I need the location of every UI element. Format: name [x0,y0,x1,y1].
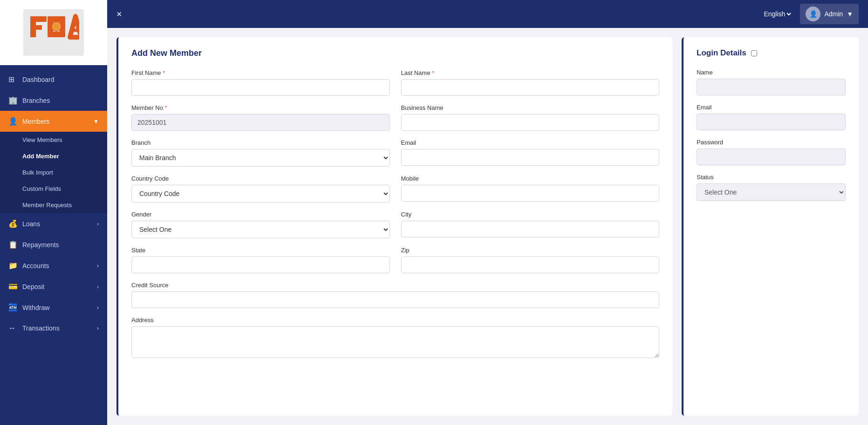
mobile-input[interactable] [401,185,660,202]
login-status-label: Status [697,174,846,181]
add-member-panel: Add New Member First Name * Last Name * [116,37,672,416]
row-branch: Branch Main Branch Email [131,139,659,167]
address-group: Address [131,317,659,358]
email-label: Email [401,139,660,146]
admin-label: Admin [824,10,843,18]
credit-source-label: Credit Source [131,282,659,289]
last-name-label: Last Name * [401,69,660,76]
svg-marker-9 [70,16,79,37]
login-email-group: Email [697,104,846,130]
svg-point-8 [54,24,59,29]
sidebar-item-accounts[interactable]: 📁 Accounts › [0,255,107,276]
branch-select[interactable]: Main Branch [131,149,390,167]
login-password-group: Password [697,139,846,165]
business-name-input[interactable] [401,114,660,131]
sidebar-item-member-requests[interactable]: Member Requests [0,197,107,213]
credit-source-group: Credit Source [131,282,659,308]
sidebar-item-loans[interactable]: 💰 Loans › [0,213,107,234]
sidebar-item-bulk-import[interactable]: Bulk Import [0,164,107,181]
language-selector[interactable]: English [762,10,793,18]
row-name: First Name * Last Name * [131,69,659,96]
login-name-label: Name [697,69,846,76]
svg-rect-2 [30,25,42,30]
login-name-input[interactable] [697,79,846,95]
gender-group: Gender Select One Male Female Other [131,211,390,238]
repayments-icon: 📋 [8,240,18,249]
sidebar-label-dashboard: Dashboard [22,76,55,83]
topbar: × English 👤 Admin ▼ [107,0,868,28]
row-country-mobile: Country Code Country Code Mobile [131,175,659,202]
deposit-chevron-icon: › [97,283,99,290]
email-input[interactable] [401,149,660,166]
state-input[interactable] [131,256,390,273]
mobile-label: Mobile [401,175,660,182]
branches-icon: 🏢 [8,96,18,105]
sidebar-item-transactions[interactable]: ↔ Transactions › [0,318,107,338]
sidebar-item-custom-fields[interactable]: Custom Fields [0,181,107,197]
mobile-group: Mobile [401,175,660,202]
zip-input[interactable] [401,256,660,273]
sidebar-item-branches[interactable]: 🏢 Branches [0,90,107,111]
sidebar-label-members: Members [22,118,49,125]
sidebar-item-dashboard[interactable]: ⊞ Dashboard [0,69,107,90]
country-code-select[interactable]: Country Code [131,185,390,202]
gender-select[interactable]: Select One Male Female Other [131,221,390,238]
login-password-label: Password [697,139,846,146]
member-no-input[interactable] [131,114,390,131]
admin-chevron-icon: ▼ [847,10,853,18]
content-wrapper: Add New Member First Name * Last Name * [107,28,868,425]
login-details-panel: Login Details Name Email Password Status… [682,37,859,416]
transactions-icon: ↔ [8,324,18,332]
members-submenu: View Members Add Member Bulk Import Cust… [0,132,107,213]
transactions-chevron-icon: › [97,325,99,331]
city-input[interactable] [401,221,660,237]
first-name-input[interactable] [131,79,390,96]
main-area: × English 👤 Admin ▼ Add New Member First… [107,0,868,425]
topbar-left: × [116,9,122,20]
gender-label: Gender [131,211,390,218]
login-panel-title: Login Details [697,48,846,58]
city-group: City [401,211,660,238]
close-button[interactable]: × [116,9,122,20]
address-input[interactable] [131,326,659,358]
login-details-checkbox[interactable] [751,50,757,56]
row-state-zip: State Zip [131,247,659,273]
admin-menu[interactable]: 👤 Admin ▼ [800,4,859,24]
credit-source-input[interactable] [131,291,659,308]
sidebar-item-add-member[interactable]: Add Member [0,148,107,164]
last-name-group: Last Name * [401,69,660,96]
login-name-group: Name [697,69,846,95]
members-icon: 👤 [8,117,18,126]
sidebar-label-repayments: Repayments [22,241,59,249]
zip-label: Zip [401,247,660,254]
sidebar-label-accounts: Accounts [22,262,49,270]
sidebar-logo [0,0,107,65]
withdraw-chevron-icon: › [97,304,99,311]
state-label: State [131,247,390,254]
sidebar-item-view-members[interactable]: View Members [0,132,107,148]
sidebar-item-members[interactable]: 👤 Members ▼ [0,111,107,132]
row-member-no: Member No * Business Name [131,104,659,131]
sidebar-label-deposit: Deposit [22,283,44,290]
first-name-group: First Name * [131,69,390,96]
branch-group: Branch Main Branch [131,139,390,167]
row-address: Address [131,317,659,358]
avatar: 👤 [806,7,820,21]
login-password-input[interactable] [697,148,846,165]
member-no-label: Member No * [131,104,390,111]
sidebar-item-withdraw[interactable]: 🏧 Withdraw › [0,297,107,318]
country-code-label: Country Code [131,175,390,182]
country-code-group: Country Code Country Code [131,175,390,202]
deposit-icon: 💳 [8,282,18,291]
first-name-label: First Name * [131,69,390,76]
state-group: State [131,247,390,273]
withdraw-icon: 🏧 [8,303,18,312]
last-name-input[interactable] [401,79,660,96]
dashboard-icon: ⊞ [8,75,18,84]
sidebar-item-repayments[interactable]: 📋 Repayments [0,234,107,255]
sidebar-item-deposit[interactable]: 💳 Deposit › [0,276,107,297]
login-email-input[interactable] [697,114,846,130]
city-label: City [401,211,660,218]
sidebar-label-withdraw: Withdraw [22,304,49,311]
login-status-select[interactable]: Select One Active Inactive [697,183,846,201]
